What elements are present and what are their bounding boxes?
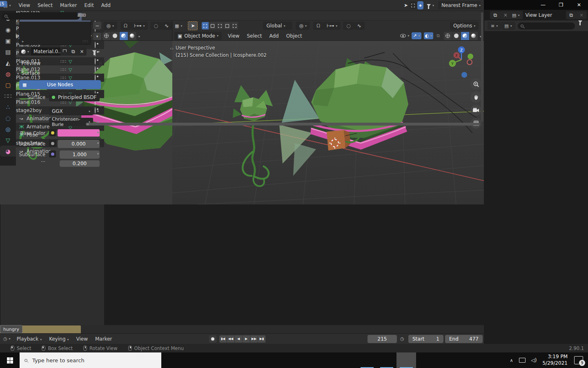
eye-icon[interactable] bbox=[95, 108, 96, 113]
viewlayer-browse-button[interactable]: ▤ bbox=[509, 11, 523, 19]
minimize-button[interactable]: — bbox=[534, 0, 552, 10]
volume-icon[interactable]: ◁) bbox=[531, 357, 537, 363]
shading-solid-button[interactable] bbox=[452, 32, 461, 40]
keying-menu[interactable]: Keying bbox=[45, 336, 72, 342]
prev-keyframe-button[interactable]: ◀◀ bbox=[227, 335, 235, 343]
taskbar-app-icon[interactable] bbox=[161, 352, 181, 368]
taskbar-app-icon[interactable] bbox=[181, 352, 200, 368]
action-center-icon[interactable]: 9 bbox=[574, 356, 583, 364]
region-split-arrow[interactable]: ‹› bbox=[170, 46, 174, 52]
viewlayer-copy-button[interactable]: ⧉ bbox=[566, 11, 576, 19]
outliner-item-label[interactable]: Armature bbox=[27, 124, 49, 130]
visibility-dropdown[interactable] bbox=[400, 34, 409, 38]
shading-wireframe-button[interactable] bbox=[444, 32, 452, 40]
editor-type-button[interactable]: ▦ bbox=[175, 23, 182, 29]
select-mode-invert[interactable] bbox=[224, 22, 231, 29]
options-dropdown[interactable]: Options bbox=[450, 22, 479, 30]
play-button[interactable]: ▶ bbox=[243, 335, 250, 343]
viewport-menu-item[interactable]: Add bbox=[265, 33, 282, 39]
shading-rendered-button[interactable] bbox=[128, 32, 137, 40]
overlays-dropdown[interactable]: ◐ bbox=[424, 32, 434, 39]
jump-to-end-button[interactable]: ▶▮ bbox=[258, 335, 266, 343]
shading-material-button[interactable] bbox=[120, 32, 128, 40]
camera-view-button[interactable] bbox=[470, 105, 481, 116]
auto-keying-toggle[interactable] bbox=[209, 335, 217, 343]
tray-chevron-icon[interactable]: ∧ bbox=[510, 358, 513, 363]
network-icon[interactable] bbox=[519, 358, 526, 363]
select-mode-intersect[interactable] bbox=[231, 22, 238, 29]
close-button[interactable]: ✕ bbox=[570, 0, 588, 10]
viewport-main[interactable]: ▣Object Mode ViewSelectAddObject ↗ ◐ ⧉ bbox=[172, 31, 484, 204]
play-reverse-button[interactable]: ◀ bbox=[235, 335, 243, 343]
pivot-point-dropdown[interactable]: ◎ bbox=[296, 22, 310, 30]
xray-toggle[interactable]: ⧉ bbox=[437, 33, 440, 38]
marker-menu[interactable]: Marker bbox=[91, 336, 116, 342]
falloff-dropdown[interactable]: ∿ bbox=[354, 22, 365, 30]
camera-dot-gizmo[interactable] bbox=[461, 72, 467, 78]
snap-toggle[interactable]: Ω bbox=[313, 22, 323, 30]
outliner-item-label[interactable]: stage2boy bbox=[16, 108, 42, 113]
maximize-button[interactable]: ❐ bbox=[552, 0, 570, 10]
taskbar-app-icon[interactable] bbox=[318, 352, 338, 368]
transform-orientation-dropdown[interactable]: Global bbox=[263, 22, 292, 30]
jump-to-start-button[interactable]: ▮◀ bbox=[219, 335, 227, 343]
outliner-item-label[interactable]: Animation bbox=[27, 116, 51, 121]
playback-menu[interactable]: Playback bbox=[13, 336, 46, 342]
view-menu[interactable]: View bbox=[73, 336, 91, 342]
shading-solid-button[interactable] bbox=[111, 32, 120, 40]
proportional-edit-toggle[interactable]: ◌ bbox=[150, 22, 161, 30]
outliner-search-input[interactable] bbox=[518, 22, 575, 29]
shading-dropdown[interactable] bbox=[137, 33, 140, 39]
viewlayer-remove-button[interactable]: × bbox=[576, 11, 587, 19]
outliner-display-mode-dropdown[interactable]: ≡ bbox=[488, 22, 501, 30]
falloff-dropdown[interactable]: ∿ bbox=[161, 22, 172, 30]
navigation-gizmo[interactable]: Z Y X bbox=[448, 46, 474, 72]
snap-with-dropdown[interactable]: ⊦⊶ bbox=[131, 22, 148, 30]
nla-strip[interactable]: hungry bbox=[0, 325, 22, 333]
gizmo-dropdown[interactable]: ↗ bbox=[412, 32, 421, 39]
select-mode-extend[interactable] bbox=[209, 22, 216, 29]
shading-material-button[interactable] bbox=[461, 32, 470, 40]
taskbar-app-icon[interactable] bbox=[338, 352, 357, 368]
zoom-button[interactable] bbox=[470, 79, 481, 90]
outliner-filter-icon[interactable] bbox=[578, 23, 582, 29]
taskbar-app-icon[interactable] bbox=[298, 352, 318, 368]
proportional-edit-toggle[interactable]: ◌ bbox=[343, 22, 354, 30]
current-frame-field[interactable]: 215 bbox=[368, 335, 397, 343]
taskbar-app-icon[interactable] bbox=[396, 352, 416, 368]
viewlayer-name-field[interactable]: View Layer bbox=[523, 11, 566, 19]
snap-with-dropdown[interactable]: ⊦⊶ bbox=[323, 22, 341, 30]
pivot-point-dropdown[interactable]: ◎ bbox=[103, 22, 118, 30]
taskbar-app-icon[interactable] bbox=[259, 352, 279, 368]
falloff-curve-icon: ∿ bbox=[357, 23, 361, 29]
viewport-menu-item[interactable]: Object bbox=[283, 33, 306, 39]
scene-copy-button[interactable]: ⧉ bbox=[490, 11, 500, 19]
clock[interactable]: 3:19 PM5/29/2021 bbox=[542, 354, 568, 366]
eye-icon[interactable] bbox=[95, 42, 96, 48]
shading-rendered-button[interactable] bbox=[470, 32, 478, 40]
viewport-menu-item[interactable]: Select bbox=[243, 33, 265, 39]
start-frame-field[interactable]: Start1 bbox=[408, 335, 443, 343]
taskbar-app-icon[interactable] bbox=[240, 352, 259, 368]
select-box-tool-button[interactable]: ➤ bbox=[188, 21, 198, 30]
taskbar-app-icon[interactable] bbox=[357, 352, 377, 368]
pan-hand-button[interactable] bbox=[470, 92, 481, 103]
taskbar-search-input[interactable]: Type here to search bbox=[20, 352, 161, 368]
select-mode-subtract[interactable] bbox=[216, 22, 224, 29]
viewport-menu-item[interactable]: View bbox=[224, 33, 243, 39]
taskbar-app-icon[interactable] bbox=[279, 352, 298, 368]
end-frame-field[interactable]: End477 bbox=[445, 335, 483, 343]
outliner-item-label[interactable]: Plane.016 bbox=[16, 99, 40, 105]
select-mode-new[interactable] bbox=[202, 22, 209, 29]
snap-toggle[interactable]: Ω bbox=[120, 22, 131, 30]
editor-type-button[interactable]: ◷ bbox=[3, 336, 11, 341]
start-button[interactable] bbox=[0, 352, 20, 368]
next-keyframe-button[interactable]: ▶▶ bbox=[250, 335, 258, 343]
taskbar-app-icon[interactable] bbox=[220, 352, 240, 368]
taskbar-app-icon[interactable] bbox=[377, 352, 396, 368]
taskbar-app-icon[interactable] bbox=[200, 352, 220, 368]
subsurface-radius-value-2[interactable]: 0.200 bbox=[60, 160, 100, 167]
use-preview-range-toggle[interactable]: ◷ bbox=[400, 336, 404, 341]
outliner-filter-dropdown[interactable]: ▤ bbox=[501, 22, 515, 30]
mode-dropdown[interactable]: ▣Object Mode bbox=[174, 32, 222, 40]
